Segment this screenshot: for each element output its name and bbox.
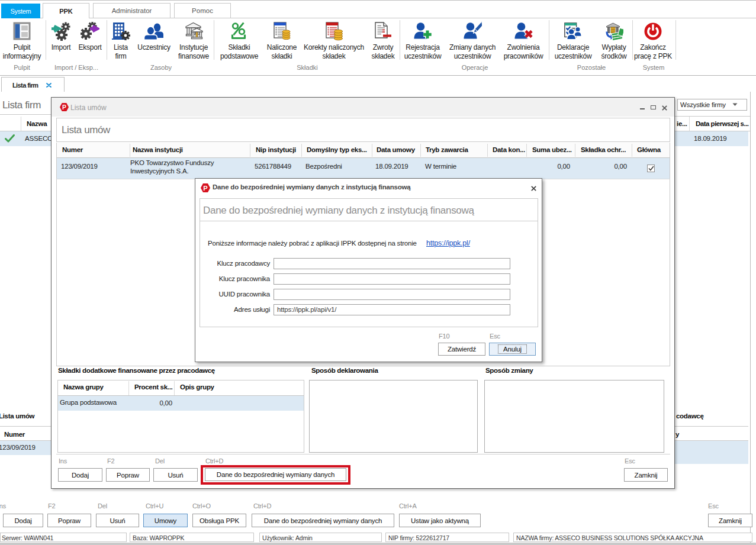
svg-text:P: P xyxy=(203,185,208,192)
svg-text:P: P xyxy=(62,104,66,111)
